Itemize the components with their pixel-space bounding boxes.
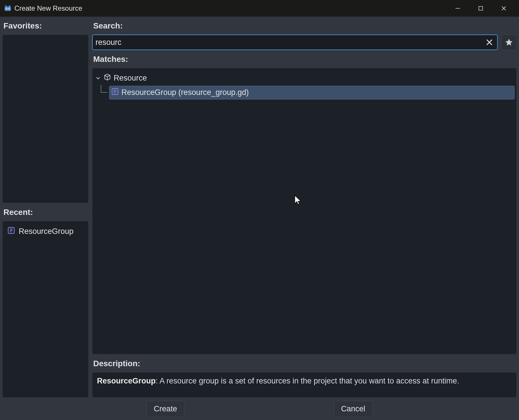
resource-icon xyxy=(103,73,111,83)
chevron-down-icon[interactable] xyxy=(95,75,101,81)
tree-row-label: ResourceGroup (resource_group.gd) xyxy=(121,88,249,97)
minimize-button[interactable] xyxy=(448,2,468,15)
maximize-button[interactable] xyxy=(471,2,491,15)
window-title: Create New Resource xyxy=(14,4,82,12)
search-label: Search: xyxy=(92,20,517,32)
clear-search-button[interactable] xyxy=(484,37,494,47)
titlebar: Create New Resource xyxy=(0,0,519,17)
app-icon xyxy=(4,5,12,12)
script-icon xyxy=(7,226,15,236)
dialog-window: Create New Resource Favorites: Recent: xyxy=(0,0,519,420)
description-title: ResourceGroup xyxy=(97,377,156,385)
description-body: : A resource group is a set of resources… xyxy=(156,377,459,385)
recent-item-label: ResourceGroup xyxy=(19,227,74,236)
dialog-buttons: Create Cancel xyxy=(0,398,519,420)
favorites-panel[interactable] xyxy=(2,35,89,203)
tree-row-resourcegroup[interactable]: ResourceGroup (resource_group.gd) xyxy=(109,86,515,100)
matches-panel[interactable]: Resource xyxy=(92,68,517,354)
svg-point-6 xyxy=(9,8,9,9)
recent-item[interactable]: ResourceGroup xyxy=(4,224,87,239)
favorites-label: Favorites: xyxy=(2,20,89,32)
description-panel: ResourceGroup: A resource group is a set… xyxy=(92,372,517,398)
recent-label: Recent: xyxy=(2,206,89,218)
svg-rect-1 xyxy=(5,5,6,7)
description-label: Description: xyxy=(92,357,517,369)
tree-row-label: Resource xyxy=(114,74,147,83)
close-button[interactable] xyxy=(494,2,514,15)
matches-label: Matches: xyxy=(92,53,517,65)
recent-panel[interactable]: ResourceGroup xyxy=(2,221,89,398)
search-input[interactable] xyxy=(96,38,484,47)
svg-rect-2 xyxy=(9,5,10,7)
svg-point-5 xyxy=(6,8,7,9)
search-field-wrap xyxy=(92,35,498,50)
cursor-icon xyxy=(294,195,302,207)
script-icon xyxy=(111,87,119,98)
favorite-toggle-button[interactable] xyxy=(501,35,517,50)
svg-rect-0 xyxy=(5,7,11,11)
tree-elbow-icon xyxy=(99,85,108,100)
create-button[interactable]: Create xyxy=(146,401,184,417)
svg-rect-8 xyxy=(479,6,482,10)
tree-row-resource[interactable]: Resource xyxy=(94,71,515,85)
cancel-button[interactable]: Cancel xyxy=(334,401,373,417)
